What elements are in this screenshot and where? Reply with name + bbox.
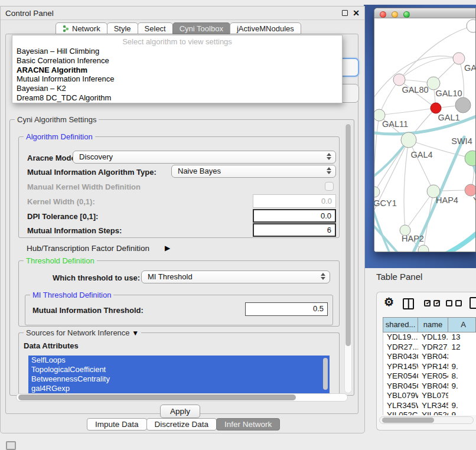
table-row[interactable]: YLR345WYLR345W9. <box>383 401 476 411</box>
table-row[interactable]: YIL052CYIL052C9 <box>383 410 476 415</box>
node-swi4[interactable] <box>465 151 476 166</box>
menu-item-mutual-information[interactable]: Mutual Information Inference <box>12 74 342 84</box>
data-attributes-list[interactable]: SelfLoops TopologicalCoefficient Between… <box>28 356 330 393</box>
node-gcy1[interactable] <box>374 187 380 197</box>
menu-item-dream8[interactable]: Dream8 DC_TDC Algorithm <box>12 93 342 103</box>
node-label: Y <box>473 195 476 205</box>
list-vscroll-thumb[interactable] <box>323 358 328 390</box>
tab-cyni-toolbox[interactable]: Cyni Toolbox <box>172 22 230 34</box>
tab-select[interactable]: Select <box>138 22 173 34</box>
list-item-selected[interactable]: TopologicalCoefficient <box>28 365 330 374</box>
stepper-arrows-icon <box>321 273 325 280</box>
network-nodes <box>374 19 476 252</box>
apply-button[interactable]: Apply <box>160 405 200 418</box>
column-header-name[interactable]: name <box>418 317 448 332</box>
tab-label: Network <box>72 23 100 34</box>
node-label: GAL10 <box>435 89 462 98</box>
cell: YBR043C <box>383 352 418 362</box>
menu-item-aracne[interactable]: ARACNE Algorithm <box>12 66 342 75</box>
settings-vscroll-thumb[interactable] <box>345 124 351 346</box>
table-body[interactable]: YDL19...YDL19...13 YDR27...YDR27...12 YB… <box>383 332 476 415</box>
stepper-arrows-icon <box>327 167 331 174</box>
node-gal1-selected[interactable] <box>431 103 441 113</box>
mac-minimize-icon[interactable] <box>392 11 398 18</box>
aracne-mode-combobox[interactable]: Discovery <box>73 151 336 164</box>
node-label: GAL1 <box>438 113 459 122</box>
list-item-selected[interactable]: SelfLoops <box>28 356 330 365</box>
which-threshold-combobox[interactable]: MI Threshold <box>141 270 330 283</box>
dropdown-placeholder: Select algorithm to view settings <box>12 35 342 47</box>
mi-steps-input[interactable]: 6 <box>253 223 336 237</box>
node-gal4[interactable] <box>401 132 416 148</box>
network-view-window[interactable]: GAL GAL80 GAL10 GAL1 GAL11 GAL4 SWI4 GCY… <box>374 8 476 252</box>
table-row[interactable]: YDR27...YDR27...12 <box>383 343 476 353</box>
dpi-tolerance-input[interactable]: 0.0 <box>253 209 336 223</box>
disclosure-right-icon[interactable]: ▶ <box>165 244 170 252</box>
close-panel-icon[interactable]: ✕ <box>353 8 360 18</box>
tab-label: Cyni Toolbox <box>180 23 223 34</box>
node-gray[interactable] <box>455 97 471 113</box>
kernel-width-input[interactable]: 0.0 <box>253 194 336 208</box>
network-canvas[interactable]: GAL GAL80 GAL10 GAL1 GAL11 GAL4 SWI4 GCY… <box>374 19 476 252</box>
settings-vertical-scrollbar[interactable] <box>344 123 352 393</box>
menu-item-basic-correlation[interactable]: Basic Correlation Inference <box>12 56 342 66</box>
list-item-selected[interactable]: gal4RGexp <box>28 384 330 393</box>
tab-discretize-data[interactable]: Discretize Data <box>146 418 217 431</box>
menu-item-bayesian-k2[interactable]: Bayesian – K2 <box>12 84 342 93</box>
tab-jactivemnodules[interactable]: jActiveMNodules <box>230 22 301 34</box>
mi-algorithm-type-combobox[interactable]: Naive Bayes <box>171 165 336 178</box>
mi-threshold-input[interactable]: 0.5 <box>245 302 328 316</box>
table-row[interactable]: YDL19...YDL19...13 <box>383 332 476 343</box>
menu-item-bayesian-hill-climbing[interactable]: Bayesian – Hill Climbing <box>12 47 342 56</box>
network-edges-teal <box>374 115 476 252</box>
node-unlabeled-bottom[interactable] <box>418 245 429 252</box>
table-row[interactable]: YPR145WYPR145W9. <box>383 362 476 372</box>
table-row[interactable]: YBL079WYBL079W <box>383 391 476 401</box>
mi-threshold-label: Mutual Information Threshold: <box>32 306 144 315</box>
node-label: HAP2 <box>402 234 424 243</box>
minimized-panel-icon[interactable] <box>6 441 16 450</box>
column-header-shared-name[interactable]: shared... <box>383 317 418 332</box>
tab-style[interactable]: Style <box>107 22 138 34</box>
control-panel-titlebar[interactable]: Control Panel ✕ <box>1 6 364 20</box>
node-gal80[interactable] <box>393 74 405 86</box>
node-gal10[interactable] <box>427 77 440 90</box>
tab-network[interactable]: Network <box>56 22 107 34</box>
table-panel-card: ⚙ shared... name A YDL19...YDL19...13 YD… <box>376 292 476 431</box>
disclosure-down-icon[interactable]: ▼ <box>132 329 139 337</box>
mac-close-icon[interactable] <box>380 11 386 18</box>
page-icon[interactable] <box>470 297 476 309</box>
select-none-icon[interactable] <box>446 300 462 306</box>
checked-box-icon <box>433 300 440 306</box>
cell: YBR043C <box>418 352 448 362</box>
mac-zoom-icon[interactable] <box>403 11 410 18</box>
cell: YDL19... <box>383 332 418 343</box>
node-table: shared... name A YDL19...YDL19...13 YDR2… <box>383 317 476 415</box>
tab-infer-network[interactable]: Infer Network <box>216 418 280 431</box>
node-y-partial[interactable] <box>465 184 476 196</box>
table-row[interactable]: YER054CYER054C8. <box>383 371 476 381</box>
list-item-selected[interactable]: BetweennessCentrality <box>28 374 330 384</box>
settings-horizontal-scrollbar[interactable] <box>16 393 348 402</box>
combobox-value: Naive Bayes <box>178 167 221 175</box>
table-row[interactable]: YBR045CYBR045C9. <box>383 381 476 392</box>
settings-hscroll-thumb[interactable] <box>18 394 296 400</box>
node-unlabeled-top[interactable] <box>467 19 476 32</box>
column-header-partial[interactable]: A <box>448 317 476 332</box>
tab-impute-data[interactable]: Impute Data <box>87 418 147 431</box>
float-window-icon[interactable] <box>342 10 348 16</box>
cell: YBL079W <box>418 391 448 401</box>
table-horizontal-scrollbar[interactable] <box>379 416 474 424</box>
manual-kernel-checkbox[interactable] <box>325 182 334 191</box>
combobox-value: Discovery <box>79 152 113 161</box>
node-gal-partial[interactable] <box>453 53 465 64</box>
network-window-titlebar[interactable] <box>374 8 475 18</box>
gear-icon[interactable]: ⚙ <box>384 296 394 308</box>
dpi-tolerance-label: DPI Tolerance [0,1]: <box>27 212 98 221</box>
node-label: GCY1 <box>374 198 397 208</box>
table-row[interactable]: YBR043CYBR043C <box>383 352 476 362</box>
split-view-icon[interactable] <box>403 298 414 309</box>
table-hscroll-thumb[interactable] <box>382 418 434 423</box>
select-all-checked-icon[interactable] <box>424 300 440 306</box>
group-title: Threshold Definition <box>24 256 97 265</box>
